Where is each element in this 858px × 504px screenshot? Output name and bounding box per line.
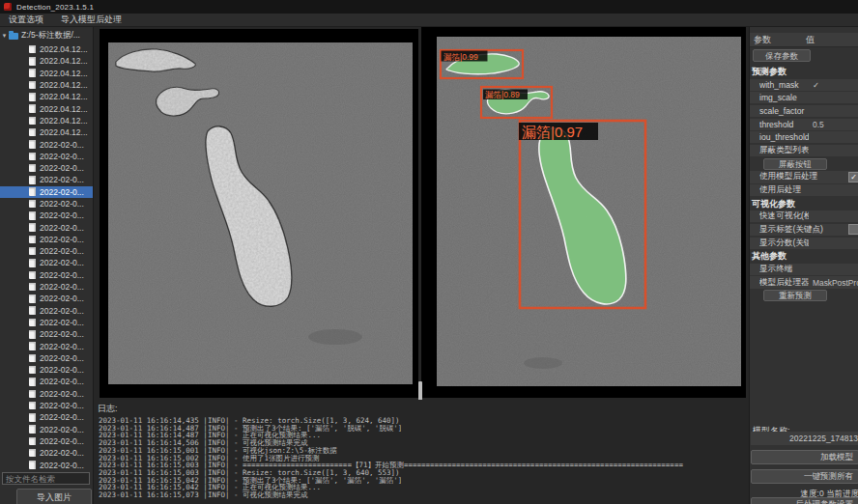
- postprocess-settings-button[interactable]: 后处理参数设置: [751, 497, 858, 504]
- tree-item-label: 2022-02-0...: [40, 329, 84, 339]
- param-value[interactable]: MaskPostPro: [809, 278, 858, 288]
- file-icon: [29, 271, 36, 280]
- param-row[interactable]: with_mask✓: [750, 79, 858, 91]
- file-tree-panel: ▾ Z:/5-标注数据/... 2022.04.12...2022.04.12.…: [0, 27, 94, 504]
- param-row[interactable]: 屏蔽类型列表: [750, 145, 858, 156]
- tree-item[interactable]: 2022.04.12...: [0, 43, 94, 55]
- tree-item[interactable]: 2022-02-0...: [0, 435, 94, 447]
- tree-item-label: 2022-02-0...: [40, 140, 84, 150]
- app-logo-icon: [4, 3, 12, 11]
- param-row[interactable]: iou_threshold: [750, 131, 858, 143]
- tree-item[interactable]: 2022-02-0...: [0, 376, 94, 387]
- menu-settings-options[interactable]: 设置选项: [0, 14, 52, 26]
- param-value[interactable]: 0.5: [809, 120, 858, 129]
- tree-item[interactable]: 2022-02-0...: [0, 305, 94, 317]
- param-label: 显示标签(关键点): [759, 224, 843, 236]
- detection-label-1: 漏箔|0.99: [443, 52, 478, 62]
- tree-item-label: 2022.04.12...: [40, 44, 88, 54]
- tree-item[interactable]: 2022-02-0...: [0, 411, 94, 423]
- tree-item[interactable]: 2022-02-0...: [0, 269, 94, 281]
- file-icon: [29, 57, 36, 66]
- checkbox-checked-icon[interactable]: ✓: [848, 172, 858, 182]
- tree-item[interactable]: 2022-02-0...: [0, 340, 94, 351]
- param-row[interactable]: 模型后处理器MaskPostPro: [750, 276, 858, 288]
- tree-item[interactable]: 2022-02-0...: [0, 210, 94, 221]
- tree-item[interactable]: 2022-02-0...: [0, 281, 94, 293]
- param-sections: 预测参数with_mask✓img_scalescale_factorthres…: [750, 66, 858, 303]
- param-label: 显示分数(关键点): [759, 238, 809, 249]
- param-row[interactable]: img_scale: [750, 92, 858, 103]
- tree-item-label: 2022-02-0...: [40, 448, 84, 458]
- tree-item[interactable]: 2022-02-0...: [0, 221, 94, 233]
- tree-item[interactable]: 2022.04.12...: [0, 55, 94, 67]
- model-name-value[interactable]: 20221225_174813: [751, 432, 858, 445]
- file-icon: [29, 306, 36, 315]
- param-row[interactable]: 使用后处理: [750, 184, 858, 196]
- tree-item[interactable]: 2022.04.12...: [0, 102, 94, 114]
- params-col-header: 参数: [750, 34, 806, 46]
- tree-item[interactable]: 2022-02-0...: [0, 151, 94, 162]
- file-icon: [29, 45, 36, 54]
- tree-item[interactable]: 2022.04.12...: [0, 91, 94, 102]
- tree-item[interactable]: 2022-02-0...: [0, 447, 94, 459]
- tree-item[interactable]: 2022-02-0...: [0, 424, 94, 435]
- value-col-header: 值: [806, 34, 815, 46]
- param-action-button[interactable]: 屏蔽按钮: [763, 158, 827, 170]
- param-row[interactable]: 快速可视化(检测): [750, 210, 858, 222]
- tree-item[interactable]: 2022-02-0...: [0, 400, 94, 411]
- tree-item[interactable]: 2022-02-0...: [0, 459, 94, 470]
- tree-item[interactable]: 2022-02-0...: [0, 328, 94, 340]
- file-icon: [29, 390, 36, 399]
- param-action-button[interactable]: 重新预测: [763, 290, 827, 301]
- model-block: 模型名称: 20221225_174813 加载模型 一键预测所有 速度:0 当…: [750, 425, 858, 504]
- tree-item[interactable]: 2022-02-0...: [0, 245, 94, 257]
- checkbox-unchecked-icon[interactable]: [848, 224, 858, 235]
- tree-item[interactable]: 2022-02-0...: [0, 293, 94, 304]
- tree-item[interactable]: 2022.04.12...: [0, 79, 94, 91]
- import-images-button[interactable]: 导入图片: [16, 489, 92, 504]
- tree-item-label: 2022-02-0...: [40, 377, 84, 386]
- param-row[interactable]: 显示标签(关键点): [750, 224, 858, 236]
- param-value[interactable]: ✓: [809, 80, 858, 90]
- tree-root-node[interactable]: ▾ Z:/5-标注数据/...: [0, 30, 93, 42]
- tree-item[interactable]: 2022-02-0...: [0, 162, 94, 174]
- predict-all-button[interactable]: 一键预测所有: [751, 469, 858, 484]
- param-row[interactable]: 显示分数(关键点): [750, 238, 858, 249]
- log-area: 日志: 2023-01-11 16:16:14,435 |INFO| - Res…: [94, 400, 749, 504]
- menu-import-model-postprocess[interactable]: 导入模型后处理: [52, 14, 130, 26]
- tree-item[interactable]: 2022-02-0...: [0, 257, 94, 268]
- tree-item-label: 2022-02-0...: [40, 246, 84, 256]
- log-line: 2023-01-11 16:16:15,002 |INFO| - 使用了1张图片…: [99, 455, 749, 462]
- param-row[interactable]: 使用模型后处理✓: [750, 171, 858, 182]
- tree-item[interactable]: 2022-02-0...: [0, 317, 94, 328]
- save-params-button[interactable]: 保存参数: [753, 49, 811, 62]
- tree-item[interactable]: 2022-02-0...: [0, 364, 94, 376]
- tree-item[interactable]: 2022-02-0...: [0, 388, 94, 400]
- param-row[interactable]: 显示终端: [750, 264, 858, 275]
- tree-item[interactable]: 2022-02-0...: [0, 198, 94, 210]
- param-label: 屏蔽类型列表: [759, 145, 809, 156]
- filename-search-input[interactable]: [2, 472, 90, 485]
- param-row[interactable]: scale_factor: [750, 105, 858, 117]
- tree-item[interactable]: 2022.04.12...: [0, 126, 94, 138]
- tree-item-label: 2022-02-0...: [40, 365, 84, 375]
- chevron-down-icon[interactable]: ▾: [0, 32, 9, 40]
- tree-item[interactable]: 2022-02-0...: [0, 138, 94, 150]
- tree-item-label: 2022-02-0...: [40, 318, 84, 327]
- tree-item[interactable]: 2022-02-0...: [0, 352, 94, 364]
- file-icon: [29, 104, 36, 113]
- file-icon: [29, 425, 36, 434]
- tree-item[interactable]: 2022.04.12...: [0, 115, 94, 126]
- param-row[interactable]: threshold0.5: [750, 119, 858, 130]
- tree-item[interactable]: 2022.04.12...: [0, 68, 94, 79]
- image-panel-prediction[interactable]: 漏箔|0.99 漏箔|0.89 漏箔|0.97: [421, 27, 746, 398]
- tree-item[interactable]: 2022-02-0...: [0, 186, 94, 198]
- tree-item[interactable]: 2022-02-0...: [0, 174, 94, 185]
- load-model-button[interactable]: 加载模型: [751, 450, 858, 464]
- params-panel: 参数 值 保存参数 预测参数with_mask✓img_scalescale_f…: [749, 27, 858, 504]
- tree-item[interactable]: 2022-02-0...: [0, 234, 94, 245]
- original-image: [108, 42, 413, 384]
- tree-item-label: 2022-02-0...: [40, 294, 84, 303]
- image-panel-original[interactable]: [100, 29, 418, 398]
- log-lines[interactable]: 2023-01-11 16:16:14,435 |INFO| - Resize:…: [94, 417, 749, 499]
